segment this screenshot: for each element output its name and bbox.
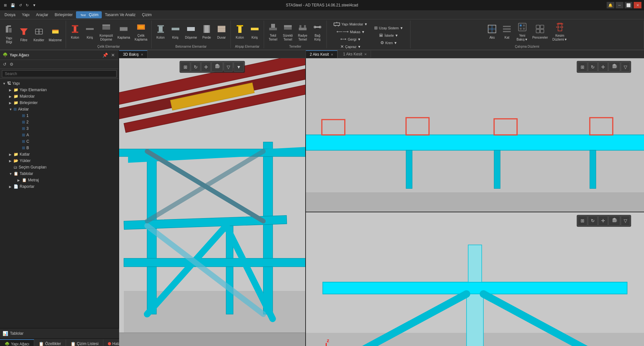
maximize-btn[interactable]: ⬜ (625, 2, 632, 8)
tree-expand-metraj[interactable]: ▶ (17, 178, 22, 182)
ribbon-malzeme[interactable]: Malzeme (47, 26, 64, 43)
ribbon-yeni-bakis[interactable]: YeniBakış▼ (515, 21, 530, 43)
pan-btn[interactable]: ✛ (201, 62, 211, 72)
ribbon-radye-temel[interactable]: RadyeTemel (296, 21, 310, 43)
bottom-tab-cizim-listesi[interactable]: 📋 Çizim Listesi (66, 340, 103, 346)
menu-birlesimler[interactable]: Birleşimler (52, 11, 76, 18)
ribbon-uzay-sistem[interactable]: ⊞ Uzay Sistem ▼ (372, 24, 405, 31)
fit-view-btn[interactable]: ⊞ (181, 62, 190, 72)
ribbon-doseme[interactable]: Döşeme (183, 23, 199, 41)
menu-araclar[interactable]: Araçlar (33, 11, 52, 18)
rt-rotate-btn[interactable]: ↻ (588, 62, 598, 72)
ribbon-celik-kiris[interactable]: Kiriş (83, 23, 97, 41)
menu-dosya[interactable]: Dosya (1, 11, 19, 18)
ribbon-duvar[interactable]: Duvar (214, 23, 229, 41)
undo-btn[interactable]: ↺ (18, 3, 23, 8)
rb-cube-btn[interactable] (609, 216, 620, 226)
ribbon-filtre[interactable]: Filtre (17, 26, 31, 43)
rb-rotate-btn[interactable]: ↻ (588, 216, 598, 226)
tree-item-aks-b[interactable]: ⊞ B (0, 145, 118, 151)
ribbon-kat[interactable]: Kat (500, 23, 514, 41)
viewport-left[interactable]: ⊞ ↻ ✛ ▽ ▼ (119, 58, 306, 346)
tab-3d-bakis[interactable]: 3D Bakış ✕ (119, 50, 147, 58)
tree-item-birlesimler[interactable]: ▶ 📁 Birleşimler (0, 100, 118, 106)
view-cube-btn[interactable] (212, 62, 223, 72)
ribbon-kren[interactable]: ⚙ Kren ▼ (372, 39, 405, 46)
ribbon-pencereler[interactable]: Pencereler (530, 23, 550, 41)
tree-item-yukler[interactable]: ▶ 📂 Yükler (0, 158, 118, 164)
ribbon-capraz[interactable]: ✕ Çapraz ▼ (332, 43, 370, 50)
tree-expand-tablolar[interactable]: ▼ (9, 172, 14, 176)
ribbon-kompozit[interactable]: KompozitDöşeme (98, 21, 115, 43)
bottom-tab-ozellikler[interactable]: 📋 Özellikler (34, 340, 66, 346)
ribbon-kaplama[interactable]: Kaplama (116, 23, 132, 41)
ribbon-beton-kolon[interactable]: Kolon (154, 23, 168, 41)
tree-item-makrolar[interactable]: ▶ 📁 Makrolar (0, 93, 118, 100)
tree-expand-yapi[interactable]: ▼ (3, 82, 7, 85)
tab-1-aks-kesit-close[interactable]: ✕ (364, 53, 367, 56)
rotate-btn[interactable]: ↻ (191, 62, 201, 72)
ribbon-celik-kolon[interactable]: Kolon (68, 23, 82, 41)
tree-expand-birlesimler[interactable]: ▶ (9, 101, 14, 105)
ribbon-yapi-bilgi[interactable]: YapıBilgi (2, 24, 16, 45)
rb-filter-btn[interactable]: ▽ (621, 216, 630, 226)
ribbon-ahsap-kiris[interactable]: Kiriş (248, 23, 262, 41)
menu-cizim2[interactable]: Çizim (139, 11, 155, 18)
redo-btn[interactable]: ↻ (24, 3, 30, 8)
tree-item-yapi-elemanlari[interactable]: ▶ 📁 Yapı Elemanları (0, 87, 118, 93)
rb-fit-btn[interactable]: ⊞ (578, 216, 587, 226)
ribbon-celik-kaplama[interactable]: ÇelikKaplama (133, 21, 149, 43)
rt-cube-btn[interactable] (609, 62, 620, 72)
tree-expand-akslar[interactable]: ▼ (9, 108, 14, 111)
ribbon-bag-kiris[interactable]: BağKiriş (310, 21, 325, 43)
tab-2-aks-kesit-close[interactable]: ✕ (331, 53, 333, 56)
viewport-right-bottom[interactable]: ⊞ ↻ ✛ ▽ (306, 212, 644, 346)
ribbon-aks[interactable]: Aks (485, 23, 499, 41)
sidebar-settings-btn[interactable]: ⚙ (9, 62, 14, 67)
notification-btn[interactable]: 🔔 (607, 2, 614, 8)
tree-item-metraj[interactable]: ▶ 📋 Metraj (0, 177, 118, 183)
ribbon-tekil-temel[interactable]: TekilTemel (266, 21, 280, 43)
tree-item-aks-2[interactable]: ⊞ 2 (0, 119, 118, 125)
ribbon-beton-kiris[interactable]: Kiriş (168, 23, 183, 41)
tree-item-yapi[interactable]: ▼ 🏗 Yapı (0, 80, 118, 87)
tree-item-tablolar[interactable]: ▼ 📋 Tablolar (0, 170, 118, 177)
filter-view-btn[interactable]: ▽ (224, 62, 233, 72)
tree-item-aks-1[interactable]: ⊞ 1 (0, 112, 118, 119)
bottom-tab-yapi-agaci[interactable]: 🌳 Yapı Ağacı (0, 339, 34, 346)
tab-1-aks-kesit[interactable]: 1 Aks Kesit ✕ (339, 51, 371, 58)
minimize-btn[interactable]: ─ (616, 2, 623, 8)
sidebar-close-btn[interactable]: ✕ (110, 53, 116, 58)
tree-expand-yukler[interactable]: ▶ (9, 159, 14, 163)
ribbon-gergi[interactable]: ⟷ Gergi ▼ (332, 36, 370, 43)
ribbon-surekli-temel[interactable]: SürekliTemel (281, 21, 295, 43)
tree-item-aks-a[interactable]: ⊞ A (0, 132, 118, 138)
menu-cizim[interactable]: Test Çizim (76, 11, 102, 18)
tree-expand-raporlar[interactable]: ▶ (9, 185, 14, 188)
qa-dropdown[interactable]: ▼ (31, 3, 37, 8)
ribbon-ahsap-kolon[interactable]: Kolon (233, 23, 247, 41)
rt-pan-btn[interactable]: ✛ (598, 62, 608, 72)
ribbon-yapi-makrolar[interactable]: Yapı Makrolar ▼ (332, 21, 370, 28)
tree-item-aks-3[interactable]: ⊞ 3 (0, 125, 118, 132)
close-btn[interactable]: ✕ (634, 2, 641, 8)
tree-item-raporlar[interactable]: ▶ 📄 Raporlar (0, 183, 118, 190)
rt-fit-btn[interactable]: ⊞ (578, 62, 587, 72)
rt-filter-btn[interactable]: ▽ (621, 62, 630, 72)
tree-item-katlar[interactable]: ▶ 📁 Katlar (0, 151, 118, 158)
ribbon-kesitler[interactable]: Kesitler (32, 26, 46, 43)
sidebar-refresh-btn[interactable]: ↺ (2, 62, 7, 67)
tree-expand-makrolar[interactable]: ▶ (9, 95, 14, 98)
search-input[interactable] (2, 70, 117, 77)
ribbon-kesim-duzlemi[interactable]: KesimDüzlemi▼ (551, 21, 569, 43)
tree-expand-yapi-elemanlari[interactable]: ▶ (9, 88, 14, 92)
tab-2-aks-kesit[interactable]: 2 Aks Kesit ✕ (306, 50, 337, 58)
ribbon-makas[interactable]: ⟵⟶ Makas ▼ (332, 28, 370, 35)
ribbon-iskele[interactable]: 🏛 İskele ▼ (372, 32, 405, 39)
rb-pan-btn[interactable]: ✛ (598, 216, 608, 226)
tab-3d-bakis-close[interactable]: ✕ (141, 53, 143, 56)
tree-item-aks-c[interactable]: ⊞ C (0, 138, 118, 145)
tree-item-secim[interactable]: 🗂 Seçim Gurupları (0, 164, 118, 170)
tree-expand-katlar[interactable]: ▶ (9, 153, 14, 156)
ribbon-perde[interactable]: Perde (200, 23, 214, 41)
